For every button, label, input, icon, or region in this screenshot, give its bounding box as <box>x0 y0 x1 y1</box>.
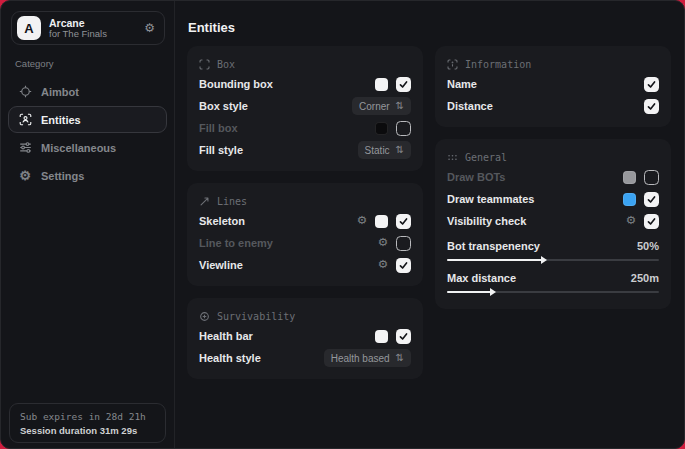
row-label: Bounding box <box>199 78 273 90</box>
app-logo: A <box>17 16 41 40</box>
survivability-section-header: Survivability <box>199 307 411 325</box>
health-circle-icon <box>199 311 210 322</box>
line-to-enemy-checkbox[interactable] <box>396 236 411 251</box>
settings-gear-icon[interactable]: ⚙ <box>144 22 155 34</box>
crosshair-icon <box>18 85 32 98</box>
lines-section-header: Lines <box>199 192 411 210</box>
updown-arrows-icon: ⇅ <box>396 101 404 111</box>
line-to-enemy-row: Line to enemy ⚙ <box>199 232 411 254</box>
lines-card: Lines Skeleton ⚙ Line to enemy <box>187 183 423 286</box>
section-title: Information <box>465 59 531 70</box>
skeleton-row: Skeleton ⚙ <box>199 210 411 232</box>
box-section-header: Box <box>199 55 411 73</box>
draw-bots-checkbox[interactable] <box>644 170 659 185</box>
visibility-check-checkbox[interactable] <box>644 214 659 229</box>
row-label: Health style <box>199 352 261 364</box>
row-label: Box style <box>199 100 248 112</box>
info-brackets-icon <box>447 59 458 70</box>
general-section-header: General <box>447 148 659 166</box>
max-distance-group: Max distance 250m <box>447 268 659 293</box>
section-title: Box <box>217 59 235 70</box>
viewline-config-gear-icon[interactable]: ⚙ <box>378 259 388 271</box>
row-label: Fill box <box>199 122 238 134</box>
bot-transparency-group: Bot transpenency 50% <box>447 236 659 261</box>
bot-transparency-slider[interactable] <box>447 259 659 261</box>
row-label: Viewline <box>199 259 243 271</box>
box-style-row: Box style Corner ⇅ <box>199 95 411 117</box>
bounding-box-checkbox[interactable] <box>396 77 411 92</box>
sidebar-item-label: Entities <box>41 114 81 126</box>
app-subtitle: for The Finals <box>49 29 107 40</box>
viewline-row: Viewline ⚙ <box>199 254 411 276</box>
information-card: Information Name Distance <box>435 46 671 127</box>
sidebar-item-miscellaneous[interactable]: Miscellaneous <box>8 134 167 161</box>
viewline-checkbox[interactable] <box>396 258 411 273</box>
sidebar-item-label: Miscellaneous <box>41 142 116 154</box>
sidebar-item-settings[interactable]: ⚙ Settings <box>8 162 167 189</box>
max-distance-slider[interactable] <box>447 291 659 293</box>
updown-arrows-icon: ⇅ <box>396 145 404 155</box>
sidebar-item-label: Settings <box>41 170 84 182</box>
fill-style-row: Fill style Static ⇅ <box>199 139 411 161</box>
dots-grid-icon <box>447 152 458 163</box>
row-label: Health bar <box>199 330 253 342</box>
row-label: Line to enemy <box>199 237 273 249</box>
sidebar-nav: Aimbot Entities <box>1 78 174 189</box>
line-to-enemy-config-gear-icon[interactable]: ⚙ <box>378 237 388 249</box>
section-title: General <box>465 152 507 163</box>
fill-style-dropdown[interactable]: Static ⇅ <box>358 141 411 159</box>
draw-teammates-color-swatch[interactable] <box>623 193 636 206</box>
bot-transparency-value: 50% <box>637 240 659 252</box>
entity-scan-icon <box>18 113 32 126</box>
updown-arrows-icon: ⇅ <box>396 353 404 363</box>
sliders-icon <box>18 141 32 154</box>
session-duration-text: Session duration 31m 29s <box>20 425 155 436</box>
skeleton-color-swatch[interactable] <box>375 215 388 228</box>
name-checkbox[interactable] <box>644 77 659 92</box>
draw-bots-color-swatch[interactable] <box>623 171 636 184</box>
slider-fill <box>447 259 545 261</box>
skeleton-config-gear-icon[interactable]: ⚙ <box>357 215 367 227</box>
subscription-card: Sub expires in 28d 21h Session duration … <box>9 403 166 443</box>
fill-box-checkbox[interactable] <box>396 121 411 136</box>
row-label: Draw BOTs <box>447 171 505 183</box>
information-section-header: Information <box>447 55 659 73</box>
health-style-dropdown[interactable]: Health based ⇅ <box>324 349 411 367</box>
dropdown-value: Static <box>365 145 390 156</box>
dropdown-value: Corner <box>359 101 390 112</box>
visibility-config-gear-icon[interactable]: ⚙ <box>626 215 636 227</box>
max-distance-value: 250m <box>631 272 659 284</box>
box-brackets-icon <box>199 59 210 70</box>
box-card: Box Bounding box Box style <box>187 46 423 171</box>
visibility-check-row: Visibility check ⚙ <box>447 210 659 232</box>
distance-checkbox[interactable] <box>644 99 659 114</box>
sub-expiry-text: Sub expires in 28d 21h <box>20 411 155 422</box>
row-label: Skeleton <box>199 215 245 227</box>
draw-bots-row: Draw BOTs <box>447 166 659 188</box>
draw-teammates-checkbox[interactable] <box>644 192 659 207</box>
slider-fill <box>447 291 494 293</box>
page-title: Entities <box>188 20 671 35</box>
sidebar-item-entities[interactable]: Entities <box>8 106 167 133</box>
health-bar-color-swatch[interactable] <box>375 330 388 343</box>
row-label: Fill style <box>199 144 243 156</box>
fill-box-row: Fill box <box>199 117 411 139</box>
category-label: Category <box>15 58 174 69</box>
distance-row: Distance <box>447 95 659 117</box>
row-label: Draw teammates <box>447 193 534 205</box>
fill-box-color-swatch[interactable] <box>375 122 388 135</box>
skeleton-checkbox[interactable] <box>396 214 411 229</box>
draw-teammates-row: Draw teammates <box>447 188 659 210</box>
name-row: Name <box>447 73 659 95</box>
health-bar-checkbox[interactable] <box>396 329 411 344</box>
dropdown-value: Health based <box>331 353 390 364</box>
section-title: Lines <box>217 196 247 207</box>
bounding-box-color-swatch[interactable] <box>375 78 388 91</box>
right-column: Information Name Distance <box>435 46 671 391</box>
sidebar-item-label: Aimbot <box>41 86 79 98</box>
sidebar-item-aimbot[interactable]: Aimbot <box>8 78 167 105</box>
app-window: A Arcane for The Finals ⚙ Category Aimbo… <box>0 0 685 449</box>
health-bar-row: Health bar <box>199 325 411 347</box>
left-column: Box Bounding box Box style <box>187 46 423 391</box>
box-style-dropdown[interactable]: Corner ⇅ <box>352 97 411 115</box>
